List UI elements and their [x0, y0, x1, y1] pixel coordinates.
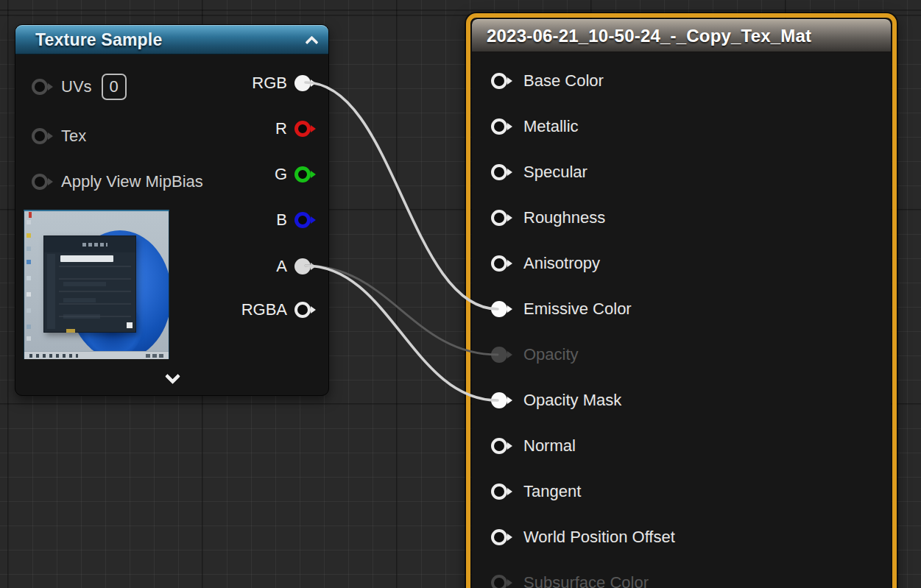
- output-pin-row-rgba: RGBA: [241, 298, 317, 322]
- pin-row-base-color: Base Color: [491, 69, 604, 93]
- r-output-label: R: [275, 119, 287, 138]
- texture-sample-node[interactable]: Texture Sample UVs 0 Tex Apply View MipB…: [15, 24, 329, 396]
- rgb-output-pin[interactable]: [294, 75, 317, 91]
- pin-row-emissive-color: Emissive Color: [491, 297, 632, 321]
- material-node-header[interactable]: 2023-06-21_10-50-24_-_Copy_Tex_Mat: [472, 19, 891, 52]
- pin-row-metallic: Metallic: [491, 115, 579, 138]
- pin-row-opacity-mask: Opacity Mask: [491, 389, 621, 412]
- input-pin-row-mipbias: Apply View MipBias: [32, 170, 203, 194]
- pin-row-specular: Specular: [491, 160, 587, 184]
- normal-pin[interactable]: [491, 438, 513, 454]
- output-pin-row-r: R: [275, 117, 317, 141]
- input-pin-row-tex: Tex: [32, 124, 86, 148]
- tex-input-pin[interactable]: [32, 128, 54, 144]
- emissive-color-pin[interactable]: [491, 301, 513, 317]
- output-pin-row-b: B: [276, 208, 317, 232]
- opacity-pin[interactable]: [491, 347, 513, 363]
- pin-row-world-position-offset: World Position Offset: [491, 525, 675, 549]
- specular-pin[interactable]: [491, 164, 513, 180]
- preview-desktop-icons-graphic: [27, 220, 31, 224]
- g-output-pin[interactable]: [294, 166, 317, 183]
- b-output-pin[interactable]: [294, 212, 317, 228]
- texture-sample-node-title: Texture Sample: [35, 30, 162, 50]
- r-output-pin[interactable]: [294, 121, 317, 137]
- a-output-label: A: [276, 257, 287, 276]
- rgba-output-label: RGBA: [241, 300, 287, 319]
- opacity-mask-pin[interactable]: [491, 392, 513, 408]
- pin-row-anisotropy: Anisotropy: [491, 252, 600, 275]
- output-pin-row-g: G: [275, 163, 317, 186]
- base-color-pin[interactable]: [491, 73, 513, 89]
- chevron-up-icon[interactable]: [305, 35, 318, 49]
- mipbias-input-label: Apply View MipBias: [61, 172, 203, 191]
- pin-row-subsurface-color: Subsurface Color: [491, 571, 649, 588]
- subsurface-color-pin[interactable]: [491, 575, 513, 588]
- preview-taskbar-graphic: [24, 351, 169, 359]
- texture-preview-thumbnail: [24, 210, 169, 359]
- material-output-node[interactable]: 2023-06-21_10-50-24_-_Copy_Tex_Mat Base …: [472, 19, 891, 588]
- rgb-output-label: RGB: [252, 74, 287, 93]
- preview-app-window-graphic: [43, 235, 136, 333]
- g-output-label: G: [275, 165, 287, 184]
- world-position-offset-pin[interactable]: [491, 529, 513, 545]
- pin-row-tangent: Tangent: [491, 480, 581, 503]
- input-pin-row-uvs: UVs 0: [32, 75, 127, 99]
- uvs-input-pin[interactable]: [32, 79, 54, 95]
- output-pin-row-rgb: RGB: [252, 71, 317, 95]
- output-pin-row-a: A: [276, 255, 317, 278]
- a-output-pin[interactable]: [294, 258, 317, 274]
- metallic-pin[interactable]: [491, 118, 513, 135]
- tangent-pin[interactable]: [491, 483, 513, 500]
- uvs-value-box[interactable]: 0: [102, 74, 127, 100]
- uvs-input-label: UVs: [61, 77, 92, 96]
- rgba-output-pin[interactable]: [294, 302, 317, 318]
- pin-row-opacity: Opacity: [491, 343, 579, 366]
- anisotropy-pin[interactable]: [491, 255, 513, 272]
- material-graph-canvas[interactable]: Texture Sample UVs 0 Tex Apply View MipB…: [0, 0, 921, 588]
- pin-row-normal: Normal: [491, 434, 576, 458]
- b-output-label: B: [276, 210, 287, 230]
- roughness-pin[interactable]: [491, 210, 513, 226]
- material-node-selection-border: 2023-06-21_10-50-24_-_Copy_Tex_Mat Base …: [466, 13, 897, 588]
- texture-sample-node-header[interactable]: Texture Sample: [15, 25, 328, 54]
- material-node-title: 2023-06-21_10-50-24_-_Copy_Tex_Mat: [487, 26, 811, 46]
- pin-row-roughness: Roughness: [491, 206, 605, 230]
- chevron-down-icon[interactable]: [165, 369, 180, 384]
- preview-red-glyph: [29, 212, 32, 218]
- tex-input-label: Tex: [61, 127, 86, 146]
- mipbias-input-pin[interactable]: [32, 174, 54, 190]
